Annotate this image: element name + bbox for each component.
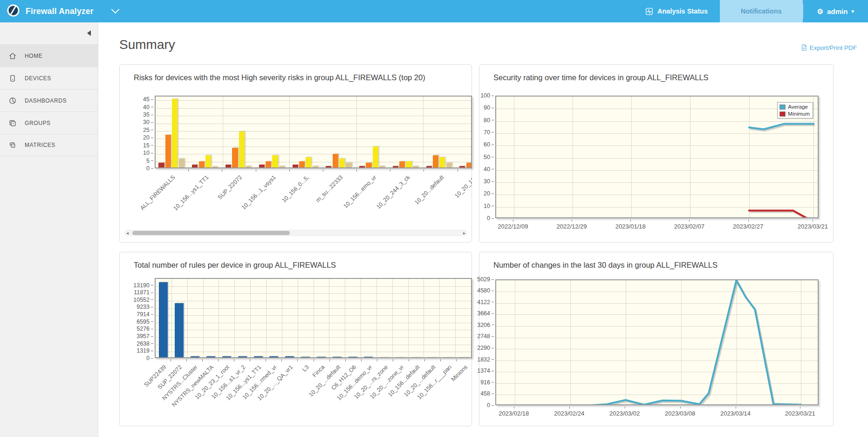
sidebar-item-groups[interactable]: GROUPS xyxy=(0,111,98,134)
notifications-tab[interactable]: Notifications xyxy=(720,0,803,22)
y-tick-value: 1374 xyxy=(477,368,490,374)
y-tick-value: 70 xyxy=(484,129,490,136)
y-tick-label: 60 xyxy=(479,141,494,148)
legend-item: Minimum xyxy=(779,111,810,117)
bar xyxy=(222,356,231,357)
y-tick-value: 5 xyxy=(146,158,150,164)
tick-mark xyxy=(281,359,282,361)
gridline-vertical xyxy=(356,97,357,167)
sidebar-item-matrices[interactable]: MATRICES xyxy=(0,134,98,156)
bar-yellow xyxy=(373,146,378,167)
sidebar-item-home[interactable]: HOME xyxy=(0,44,98,67)
y-tick-label: 40 xyxy=(479,166,494,173)
x-tick-label: 10_20_127 xyxy=(454,174,472,199)
scrollbar-thumb[interactable] xyxy=(132,231,290,235)
tick-mark xyxy=(492,132,494,132)
bar-beige xyxy=(313,166,318,167)
tick-mark xyxy=(492,145,494,145)
bar-red xyxy=(459,166,465,167)
scroll-left-icon[interactable]: ◂ xyxy=(126,230,129,236)
y-tick-value: 40 xyxy=(143,104,150,111)
tick-mark xyxy=(151,307,153,307)
bar-beige xyxy=(279,166,285,167)
y-tick-label: 7914 xyxy=(120,311,153,318)
gridline-vertical xyxy=(392,279,393,357)
x-tick-label: 2023/02/24 xyxy=(554,410,584,417)
brand: Firewall Analyzer xyxy=(0,0,120,22)
x-axis-labels: SUP22439SUP_22072NYSTRS...ClusterNYSTRS_… xyxy=(120,359,472,419)
tick-mark xyxy=(218,359,219,361)
tick-mark xyxy=(393,359,393,361)
scroll-right-icon[interactable]: ▸ xyxy=(463,230,465,236)
tick-mark xyxy=(151,107,153,107)
x-tick-label: 2023/03/21 xyxy=(785,410,815,417)
y-tick-value: 11871 xyxy=(134,289,150,296)
tick-mark xyxy=(323,169,323,172)
chart-plot xyxy=(495,279,819,405)
bar-yellow xyxy=(272,155,278,167)
tick-mark xyxy=(492,181,494,182)
y-tick-label: 30 xyxy=(479,178,494,185)
export-pdf-link[interactable]: Export/Print PDF xyxy=(800,44,857,51)
y-tick-label: 0 xyxy=(479,402,494,409)
tick-mark xyxy=(250,359,250,361)
bar-orange xyxy=(433,155,438,167)
x-tick-label: m_su...22333 xyxy=(314,174,344,203)
bar xyxy=(349,357,357,357)
chevron-down-icon[interactable] xyxy=(111,8,120,14)
y-tick-label: 5276 xyxy=(120,326,153,332)
bar-yellow xyxy=(439,157,445,167)
y-tick-value: 4580 xyxy=(477,287,490,294)
y-tick-value: 30 xyxy=(143,119,150,125)
gridline-vertical xyxy=(329,279,329,357)
x-tick-label: 2023/02/07 xyxy=(674,223,704,230)
sidebar-collapse-button[interactable] xyxy=(87,30,91,36)
sidebar-item-label: HOME xyxy=(25,53,42,59)
y-tick-label: 1832 xyxy=(479,356,494,363)
tick-mark xyxy=(151,160,153,161)
tick-mark xyxy=(569,407,570,409)
bar-orange xyxy=(366,163,371,167)
tick-mark xyxy=(151,285,153,285)
tick-mark xyxy=(151,321,153,322)
legend-swatch xyxy=(779,111,786,117)
y-tick-value: 7914 xyxy=(137,311,150,318)
bar-yellow xyxy=(172,99,178,167)
sidebar-item-dashboards[interactable]: DASHBOARDS xyxy=(0,89,98,111)
main-content: Summary Export/Print PDF Risks for devic… xyxy=(99,22,868,437)
y-tick-value: 916 xyxy=(480,379,490,386)
admin-menu[interactable]: ⚙ admin ▾ xyxy=(803,0,868,22)
bar-yellow xyxy=(406,161,411,167)
gridline-vertical xyxy=(345,279,345,357)
tick-mark xyxy=(151,130,153,130)
topbar: Firewall Analyzer Analysis Status Notifi… xyxy=(0,0,868,22)
tick-mark xyxy=(151,314,153,315)
y-tick-label: 2290 xyxy=(479,345,494,351)
tick-mark xyxy=(424,169,424,172)
y-tick-value: 5029 xyxy=(477,276,490,283)
sidebar-item-label: MATRICES xyxy=(25,142,55,148)
tick-mark xyxy=(440,359,441,361)
bar-orange xyxy=(399,161,405,167)
x-tick-label: 10_20...default xyxy=(413,174,445,206)
bar-orange xyxy=(232,148,238,167)
analysis-status-button[interactable]: Analysis Status xyxy=(633,0,720,22)
bar xyxy=(159,282,168,357)
x-tick-label: 2022/12/29 xyxy=(556,223,587,230)
tick-mark xyxy=(492,206,494,206)
gridline-vertical xyxy=(314,279,314,357)
tick-mark xyxy=(171,359,171,361)
admin-label: admin xyxy=(827,7,847,15)
bar-field xyxy=(156,97,472,167)
bar-red xyxy=(226,165,231,167)
x-tick-label: Finca xyxy=(311,364,326,379)
x-tick-label: 2023/02/27 xyxy=(733,223,763,230)
sidebar-item-devices[interactable]: DEVICES xyxy=(0,67,98,89)
y-tick-label: 35 xyxy=(120,111,153,118)
chart-panel-security-rating: Security rating over time for devices in… xyxy=(479,64,834,243)
export-pdf-label: Export/Print PDF xyxy=(810,44,857,51)
scrollbar-track[interactable]: ◂▸ xyxy=(124,230,467,236)
tick-mark xyxy=(377,359,377,361)
analysis-status-label: Analysis Status xyxy=(657,7,708,15)
bar-beige xyxy=(246,166,251,167)
